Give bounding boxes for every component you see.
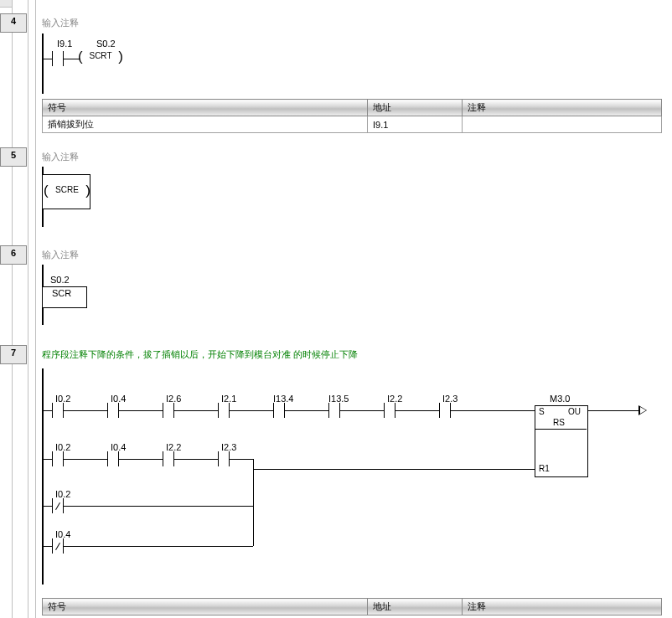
n7-r2-c3[interactable]: [163, 451, 174, 466]
n7-fb-addr: M3.0: [550, 394, 570, 404]
network-number-5-text: 5: [11, 150, 16, 160]
network-number-4[interactable]: 4: [0, 13, 27, 33]
n7-fb-type: RS: [553, 418, 565, 427]
n7-w-r1-4: [230, 410, 273, 411]
cell-comment: [463, 116, 662, 133]
gutter-corner: [0, 0, 13, 8]
table-row[interactable]: 插销拔到位 I9.1: [43, 116, 662, 133]
n7-r1-c3[interactable]: [163, 403, 174, 418]
ladder-editor: { "common": { "placeholder_comment": "输入…: [0, 0, 672, 618]
network-number-6[interactable]: 6: [0, 245, 27, 265]
n7-r2-c2[interactable]: [107, 451, 119, 466]
n7-w-r3-0: [42, 506, 52, 507]
gutter-rule-2: [28, 0, 28, 618]
n7-out-arrow: [638, 405, 647, 415]
cell-address: I9.1: [368, 116, 463, 133]
n7-r1-c4[interactable]: [218, 403, 230, 418]
th-address-7[interactable]: 地址: [368, 599, 463, 615]
n7-w-r2-1: [64, 459, 107, 460]
n7-w-r1-2: [119, 410, 163, 411]
n7-w-r2-2: [119, 459, 163, 460]
th-symbol[interactable]: 符号: [43, 100, 368, 116]
network-number-4-text: 4: [11, 16, 16, 26]
n7-w-r2-long: [253, 469, 535, 470]
network-7-comment[interactable]: 程序段注释下降的条件，拔了插销以后，开始下降到模台对准 的时候停止下降: [42, 348, 358, 361]
network-6-comment[interactable]: 输入注释: [42, 249, 79, 261]
net4-coil-label: S0.2: [96, 39, 116, 49]
n7-w-r4-1: [64, 546, 253, 547]
n7-w-r1-3: [174, 410, 218, 411]
n7-w-r2-0: [42, 459, 52, 460]
n7-out-wire: [588, 410, 638, 411]
n7-w-r2-4a: [230, 459, 253, 460]
net4-rail: [42, 33, 44, 94]
net4-contact-i91[interactable]: [52, 51, 64, 66]
net4-wire-a: [42, 59, 52, 59]
net4-coil-text: SCRT: [85, 51, 116, 60]
n7-fb-ou: OU: [568, 407, 581, 416]
network-number-7[interactable]: 7: [0, 345, 27, 364]
n7-r2-c4[interactable]: [218, 451, 230, 466]
th-comment[interactable]: 注释: [463, 100, 662, 116]
net7-rail: [42, 368, 44, 585]
net4-coil-scrt[interactable]: ( SCRT ): [80, 50, 119, 65]
th-comment-7[interactable]: 注释: [463, 599, 662, 615]
net4-symbol-table[interactable]: 符号 地址 注释 插销拔到位 I9.1: [42, 99, 662, 133]
n7-r3-c1-nc[interactable]: [52, 498, 64, 513]
net5-coil-scre: ( SCRE ): [46, 184, 86, 199]
network-5-comment[interactable]: 输入注释: [42, 151, 79, 163]
net6-scr-text: SCR: [52, 288, 71, 298]
net6-box-label: S0.2: [50, 275, 70, 285]
n7-r1-c8[interactable]: [439, 403, 451, 418]
n7-w-r4-0: [42, 546, 52, 547]
network-number-6-text: 6: [11, 248, 16, 258]
net4-wire-b: [64, 59, 75, 59]
n7-r1-c6[interactable]: [328, 403, 340, 418]
n7-w-r1-1: [64, 410, 107, 411]
n7-r1-c1[interactable]: [52, 403, 64, 418]
n7-v-r3: [253, 469, 254, 506]
gutter-rule-1: [12, 0, 13, 618]
paren-l: (: [44, 183, 49, 199]
cell-symbol: 插销拔到位: [43, 116, 368, 133]
n7-r4-c1-nc[interactable]: [52, 538, 64, 554]
net4-contact-label: I9.1: [57, 39, 72, 49]
network-number-5[interactable]: 5: [0, 147, 27, 167]
n7-w-r1-6: [340, 410, 384, 411]
network-4-comment[interactable]: 输入注释: [42, 17, 79, 29]
paren-l: (: [78, 49, 83, 65]
n7-w-r1-7: [395, 410, 439, 411]
th-symbol-7[interactable]: 符号: [43, 599, 368, 615]
network-number-7-text: 7: [11, 348, 16, 358]
n7-w-r1-0: [42, 410, 52, 411]
n7-w-r3-1: [64, 506, 253, 507]
n7-w-r1-8: [451, 410, 535, 411]
n7-r2-c1[interactable]: [52, 451, 64, 466]
n7-r1-c7[interactable]: [384, 403, 395, 418]
net7-symbol-table[interactable]: 符号 地址 注释: [42, 598, 662, 615]
n7-v-r2-merge: [253, 459, 254, 469]
n7-r1-c5[interactable]: [273, 403, 285, 418]
n7-fb-r1: R1: [539, 464, 550, 473]
gutter-rule-3: [35, 0, 36, 618]
n7-w-r2-3: [174, 459, 218, 460]
paren-r: ): [118, 49, 123, 65]
n7-r1-c2[interactable]: [107, 403, 119, 418]
th-address[interactable]: 地址: [368, 100, 463, 116]
net4-wire-c: [75, 59, 80, 59]
n7-w-r1-5: [285, 410, 328, 411]
n7-fb-div: [535, 429, 587, 430]
paren-r: ): [85, 183, 90, 199]
net5-coil-text: SCRE: [51, 185, 83, 194]
n7-fb-s: S: [539, 407, 545, 416]
n7-v-r4: [253, 506, 254, 546]
